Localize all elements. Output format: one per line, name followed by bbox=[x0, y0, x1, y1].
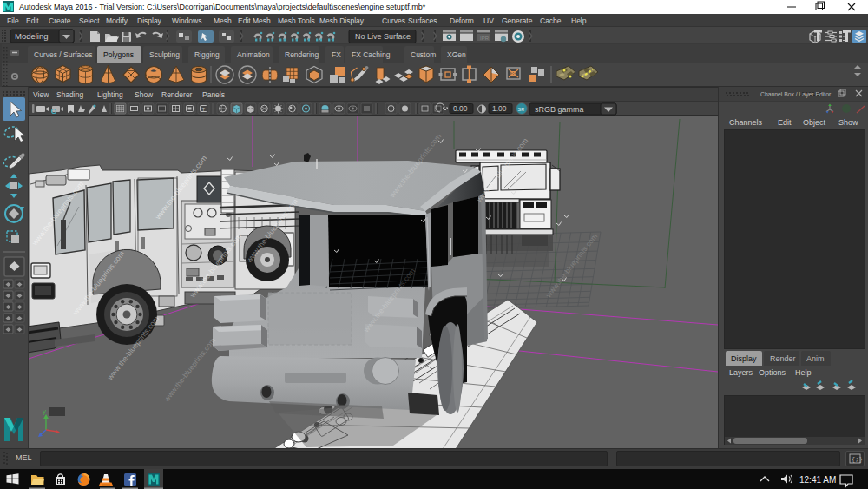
svg-text:IPR: IPR bbox=[480, 36, 490, 41]
svg-text:y: y bbox=[43, 407, 46, 415]
svg-text:sRGB gamma: sRGB gamma bbox=[535, 105, 584, 114]
svg-text:Modeling: Modeling bbox=[15, 31, 49, 41]
svg-text:{;}: {;} bbox=[852, 456, 863, 463]
svg-text:SR: SR bbox=[518, 107, 525, 112]
svg-text:T: T bbox=[202, 107, 206, 112]
svg-text:Channel Box / Layer Editor: Channel Box / Layer Editor bbox=[760, 91, 832, 98]
svg-text:No Live Surface: No Live Surface bbox=[355, 32, 411, 41]
svg-text:1.00: 1.00 bbox=[492, 104, 507, 113]
svg-text:12:41 AM: 12:41 AM bbox=[799, 475, 836, 485]
svg-text:0.00: 0.00 bbox=[453, 104, 468, 113]
